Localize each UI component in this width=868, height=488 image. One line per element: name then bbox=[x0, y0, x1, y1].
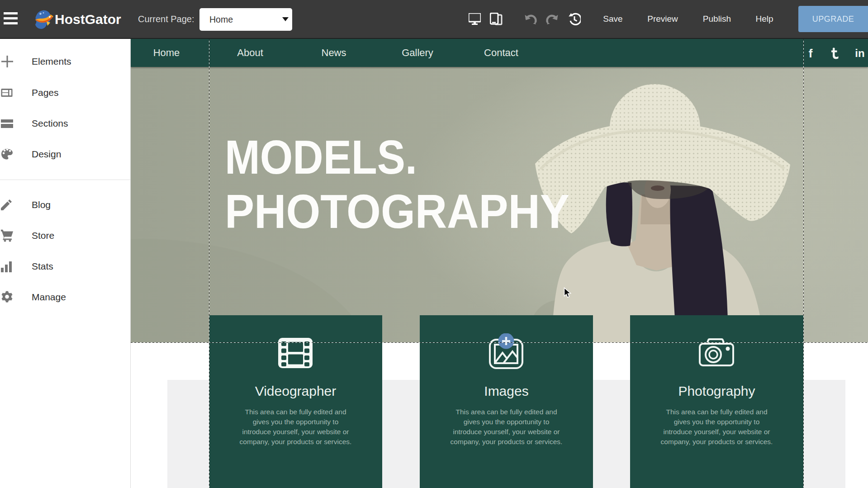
svg-text:PHOTOGRAPHY: PHOTOGRAPHY bbox=[225, 185, 569, 238]
svg-text:MODELS.: MODELS. bbox=[225, 130, 417, 184]
